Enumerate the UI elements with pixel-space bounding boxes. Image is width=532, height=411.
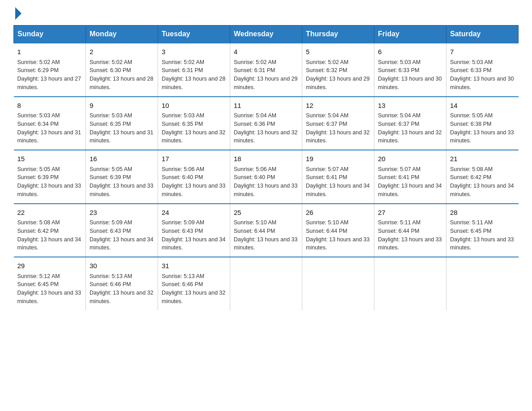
calendar-cell: 5Sunrise: 5:02 AMSunset: 6:32 PMDaylight… — [302, 43, 374, 97]
day-number: 3 — [162, 47, 226, 57]
day-info: Sunrise: 5:03 AMSunset: 6:35 PMDaylight:… — [90, 111, 154, 145]
day-info: Sunrise: 5:03 AMSunset: 6:33 PMDaylight:… — [450, 58, 515, 92]
day-number: 2 — [90, 47, 154, 57]
calendar-cell: 25Sunrise: 5:10 AMSunset: 6:44 PMDayligh… — [230, 204, 302, 257]
calendar-week-row: 29Sunrise: 5:12 AMSunset: 6:45 PMDayligh… — [14, 257, 519, 310]
day-info: Sunrise: 5:11 AMSunset: 6:44 PMDaylight:… — [378, 218, 442, 252]
calendar-cell: 28Sunrise: 5:11 AMSunset: 6:45 PMDayligh… — [446, 204, 519, 257]
calendar-cell: 13Sunrise: 5:04 AMSunset: 6:37 PMDayligh… — [374, 97, 446, 150]
calendar-cell: 8Sunrise: 5:03 AMSunset: 6:34 PMDaylight… — [14, 97, 86, 150]
calendar-cell: 16Sunrise: 5:05 AMSunset: 6:39 PMDayligh… — [86, 150, 158, 204]
day-number: 25 — [234, 208, 298, 218]
day-info: Sunrise: 5:02 AMSunset: 6:31 PMDaylight:… — [234, 58, 298, 92]
calendar-table: SundayMondayTuesdayWednesdayThursdayFrid… — [13, 25, 519, 310]
calendar-cell: 10Sunrise: 5:03 AMSunset: 6:35 PMDayligh… — [158, 97, 230, 150]
day-info: Sunrise: 5:02 AMSunset: 6:31 PMDaylight:… — [162, 58, 226, 92]
day-number: 12 — [306, 101, 370, 111]
day-info: Sunrise: 5:11 AMSunset: 6:45 PMDaylight:… — [450, 218, 515, 252]
calendar-cell: 27Sunrise: 5:11 AMSunset: 6:44 PMDayligh… — [374, 204, 446, 257]
calendar-cell: 1Sunrise: 5:02 AMSunset: 6:29 PMDaylight… — [14, 43, 86, 97]
calendar-cell: 23Sunrise: 5:09 AMSunset: 6:43 PMDayligh… — [86, 204, 158, 257]
weekday-header-friday: Friday — [374, 26, 446, 43]
day-number: 28 — [450, 208, 515, 218]
day-number: 13 — [378, 101, 442, 111]
day-number: 6 — [378, 47, 442, 57]
day-number: 17 — [162, 154, 226, 164]
day-info: Sunrise: 5:04 AMSunset: 6:37 PMDaylight:… — [306, 111, 370, 145]
calendar-cell: 31Sunrise: 5:13 AMSunset: 6:46 PMDayligh… — [158, 257, 230, 310]
day-info: Sunrise: 5:06 AMSunset: 6:40 PMDaylight:… — [234, 165, 298, 199]
day-number: 4 — [234, 47, 298, 57]
calendar-cell: 9Sunrise: 5:03 AMSunset: 6:35 PMDaylight… — [86, 97, 158, 150]
weekday-header-row: SundayMondayTuesdayWednesdayThursdayFrid… — [14, 26, 519, 43]
day-info: Sunrise: 5:05 AMSunset: 6:38 PMDaylight:… — [450, 111, 515, 145]
day-info: Sunrise: 5:13 AMSunset: 6:46 PMDaylight:… — [90, 272, 154, 306]
day-number: 24 — [162, 208, 226, 218]
day-number: 27 — [378, 208, 442, 218]
calendar-cell: 26Sunrise: 5:10 AMSunset: 6:44 PMDayligh… — [302, 204, 374, 257]
calendar-cell: 7Sunrise: 5:03 AMSunset: 6:33 PMDaylight… — [446, 43, 519, 97]
day-number: 16 — [90, 154, 154, 164]
calendar-cell: 22Sunrise: 5:08 AMSunset: 6:42 PMDayligh… — [14, 204, 86, 257]
day-number: 10 — [162, 101, 226, 111]
day-number: 1 — [17, 47, 82, 57]
day-info: Sunrise: 5:10 AMSunset: 6:44 PMDaylight:… — [306, 218, 370, 252]
day-number: 23 — [90, 208, 154, 218]
weekday-header-sunday: Sunday — [14, 26, 86, 43]
calendar-cell: 30Sunrise: 5:13 AMSunset: 6:46 PMDayligh… — [86, 257, 158, 310]
calendar-cell: 12Sunrise: 5:04 AMSunset: 6:37 PMDayligh… — [302, 97, 374, 150]
day-info: Sunrise: 5:12 AMSunset: 6:45 PMDaylight:… — [17, 272, 82, 306]
day-info: Sunrise: 5:03 AMSunset: 6:35 PMDaylight:… — [162, 111, 226, 145]
calendar-week-row: 1Sunrise: 5:02 AMSunset: 6:29 PMDaylight… — [14, 43, 519, 97]
calendar-cell: 21Sunrise: 5:08 AMSunset: 6:42 PMDayligh… — [446, 150, 519, 204]
day-number: 21 — [450, 154, 515, 164]
logo-triangle-icon — [15, 7, 21, 20]
day-number: 11 — [234, 101, 298, 111]
day-info: Sunrise: 5:03 AMSunset: 6:34 PMDaylight:… — [17, 111, 82, 145]
weekday-header-tuesday: Tuesday — [158, 26, 230, 43]
calendar-cell: 15Sunrise: 5:05 AMSunset: 6:39 PMDayligh… — [14, 150, 86, 204]
day-number: 9 — [90, 101, 154, 111]
weekday-header-wednesday: Wednesday — [230, 26, 302, 43]
calendar-cell: 6Sunrise: 5:03 AMSunset: 6:33 PMDaylight… — [374, 43, 446, 97]
day-number: 30 — [90, 261, 154, 271]
day-number: 29 — [17, 261, 82, 271]
day-info: Sunrise: 5:09 AMSunset: 6:43 PMDaylight:… — [90, 218, 154, 252]
logo — [13, 9, 21, 17]
day-info: Sunrise: 5:04 AMSunset: 6:36 PMDaylight:… — [234, 111, 298, 145]
calendar-cell — [230, 257, 302, 310]
day-number: 22 — [17, 208, 82, 218]
calendar-cell: 17Sunrise: 5:06 AMSunset: 6:40 PMDayligh… — [158, 150, 230, 204]
calendar-cell: 19Sunrise: 5:07 AMSunset: 6:41 PMDayligh… — [302, 150, 374, 204]
day-info: Sunrise: 5:02 AMSunset: 6:32 PMDaylight:… — [306, 58, 370, 92]
calendar-week-row: 22Sunrise: 5:08 AMSunset: 6:42 PMDayligh… — [14, 204, 519, 257]
day-info: Sunrise: 5:05 AMSunset: 6:39 PMDaylight:… — [17, 165, 82, 199]
calendar-cell: 18Sunrise: 5:06 AMSunset: 6:40 PMDayligh… — [230, 150, 302, 204]
day-info: Sunrise: 5:13 AMSunset: 6:46 PMDaylight:… — [162, 272, 226, 306]
calendar-cell: 20Sunrise: 5:07 AMSunset: 6:41 PMDayligh… — [374, 150, 446, 204]
calendar-cell: 11Sunrise: 5:04 AMSunset: 6:36 PMDayligh… — [230, 97, 302, 150]
day-info: Sunrise: 5:02 AMSunset: 6:29 PMDaylight:… — [17, 58, 82, 92]
weekday-header-monday: Monday — [86, 26, 158, 43]
day-number: 18 — [234, 154, 298, 164]
day-number: 5 — [306, 47, 370, 57]
day-info: Sunrise: 5:07 AMSunset: 6:41 PMDaylight:… — [306, 165, 370, 199]
calendar-cell: 29Sunrise: 5:12 AMSunset: 6:45 PMDayligh… — [14, 257, 86, 310]
day-info: Sunrise: 5:05 AMSunset: 6:39 PMDaylight:… — [90, 165, 154, 199]
calendar-cell — [446, 257, 519, 310]
day-number: 20 — [378, 154, 442, 164]
calendar-cell: 4Sunrise: 5:02 AMSunset: 6:31 PMDaylight… — [230, 43, 302, 97]
calendar-week-row: 15Sunrise: 5:05 AMSunset: 6:39 PMDayligh… — [14, 150, 519, 204]
day-info: Sunrise: 5:04 AMSunset: 6:37 PMDaylight:… — [378, 111, 442, 145]
weekday-header-thursday: Thursday — [302, 26, 374, 43]
day-info: Sunrise: 5:07 AMSunset: 6:41 PMDaylight:… — [378, 165, 442, 199]
page-header — [13, 9, 519, 17]
day-info: Sunrise: 5:08 AMSunset: 6:42 PMDaylight:… — [17, 218, 82, 252]
day-info: Sunrise: 5:03 AMSunset: 6:33 PMDaylight:… — [378, 58, 442, 92]
calendar-cell — [374, 257, 446, 310]
calendar-cell: 24Sunrise: 5:09 AMSunset: 6:43 PMDayligh… — [158, 204, 230, 257]
day-number: 7 — [450, 47, 515, 57]
calendar-week-row: 8Sunrise: 5:03 AMSunset: 6:34 PMDaylight… — [14, 97, 519, 150]
day-number: 14 — [450, 101, 515, 111]
weekday-header-saturday: Saturday — [446, 26, 519, 43]
